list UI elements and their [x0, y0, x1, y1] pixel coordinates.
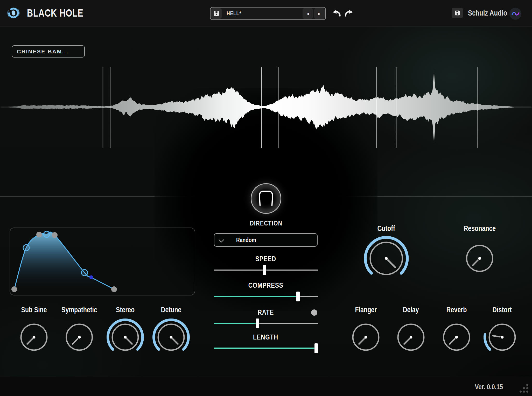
knob-sub-sine[interactable]: Sub Sine	[12, 306, 56, 360]
envelope-mini-point[interactable]	[89, 275, 93, 279]
waveform-marker[interactable]	[278, 67, 279, 148]
slider-handle[interactable]	[314, 343, 318, 353]
slider-track[interactable]	[214, 296, 318, 297]
slider-handle[interactable]	[263, 265, 266, 275]
knob-delay[interactable]: Delay	[389, 306, 433, 360]
chevron-down-icon	[219, 239, 224, 243]
knob-label: Reverb	[444, 306, 469, 314]
knob-distort[interactable]: Distort	[480, 306, 524, 360]
envelope-point[interactable]	[111, 286, 117, 292]
speed-slider[interactable]: SPEED	[214, 255, 318, 271]
waveform-marker[interactable]	[396, 67, 397, 148]
slider-handle[interactable]	[296, 292, 300, 301]
knob-label: Distort	[490, 306, 514, 314]
direction-dropdown[interactable]: Random	[214, 233, 318, 247]
preset-prev-button[interactable]: ◂	[303, 8, 313, 19]
knob-label: Resonance	[460, 224, 500, 232]
undo-button[interactable]	[331, 8, 342, 19]
knob-flanger[interactable]: Flanger	[344, 306, 388, 360]
knob-label: Sub Sine	[18, 306, 50, 314]
compress-label: COMPRESS	[214, 281, 318, 289]
knob-resonance[interactable]: Resonance	[455, 224, 504, 284]
preset-save-button[interactable]	[211, 8, 222, 19]
redo-button[interactable]	[344, 8, 354, 19]
waveform-marker[interactable]	[261, 67, 262, 148]
floppy-disk-icon	[214, 11, 219, 16]
waveform-marker[interactable]	[376, 67, 377, 148]
knob-cutoff[interactable]: Cutoff	[362, 224, 411, 284]
floppy-disk-icon	[454, 10, 460, 16]
length-slider[interactable]: LENGTH	[214, 333, 318, 349]
rate-sync-toggle[interactable]	[311, 309, 317, 316]
slider-track[interactable]	[214, 270, 318, 271]
rate-label: RATE	[214, 308, 318, 316]
slider-track[interactable]	[214, 323, 318, 324]
envelope-point[interactable]	[52, 232, 58, 238]
direction-label: DIRECTION	[240, 219, 292, 227]
bottom-bar: Ver. 0.0.15	[0, 377, 532, 396]
knob-sympathetic[interactable]: Sympathetic	[57, 306, 102, 360]
sample-name-field[interactable]: CHINESE BAM...	[12, 45, 85, 58]
slider-track[interactable]	[214, 348, 318, 349]
envelope-point[interactable]	[36, 232, 42, 237]
save-button[interactable]	[452, 8, 463, 18]
length-label: LENGTH	[214, 333, 318, 341]
envelope-curve-handle[interactable]	[23, 245, 29, 251]
preset-name[interactable]: HELL*	[227, 8, 245, 19]
brand-logo-button[interactable]	[509, 8, 521, 20]
envelope-editor[interactable]	[10, 228, 195, 295]
speed-label: SPEED	[214, 255, 318, 263]
rate-slider[interactable]: RATE	[214, 308, 318, 324]
direction-button[interactable]	[251, 183, 281, 214]
waveform-marker[interactable]	[103, 67, 103, 148]
version-label: Ver. 0.0.15	[471, 377, 506, 396]
knob-label: Stereo	[114, 306, 137, 314]
arch-direction-icon	[252, 184, 280, 213]
prev-arrow-icon: ◂	[306, 11, 309, 16]
top-bar: BLACK HOLE HELL* ◂ ▸	[0, 0, 532, 26]
envelope-point[interactable]	[11, 286, 17, 292]
slider-handle[interactable]	[256, 319, 259, 328]
waveform-marker[interactable]	[478, 67, 478, 148]
knob-stereo[interactable]: Stereo	[103, 306, 147, 360]
knob-label: Flanger	[352, 306, 380, 314]
knob-label: Sympathetic	[57, 306, 102, 314]
plugin-window: BLACK HOLE HELL* ◂ ▸	[0, 0, 532, 396]
knob-label: Delay	[401, 306, 421, 314]
knob-label: Detune	[158, 306, 184, 314]
envelope-curve-handle[interactable]	[81, 270, 88, 276]
knob-label: Cutoff	[375, 224, 397, 232]
waveform-display[interactable]	[0, 65, 532, 150]
app-title: BLACK HOLE	[27, 0, 97, 26]
direction-value: Random	[236, 234, 261, 246]
preset-next-button[interactable]: ▸	[314, 8, 325, 19]
waveform-marker[interactable]	[110, 67, 111, 148]
compress-slider[interactable]: COMPRESS	[214, 281, 318, 297]
resize-grip[interactable]	[519, 384, 529, 393]
black-hole-logo-icon	[7, 6, 20, 20]
sine-wave-icon	[510, 9, 521, 19]
next-arrow-icon: ▸	[318, 11, 321, 16]
preset-bar: HELL* ◂ ▸	[210, 7, 326, 20]
envelope-curve-handle[interactable]	[44, 231, 50, 237]
knob-reverb[interactable]: Reverb	[435, 306, 479, 360]
knob-detune[interactable]: Detune	[149, 306, 193, 360]
